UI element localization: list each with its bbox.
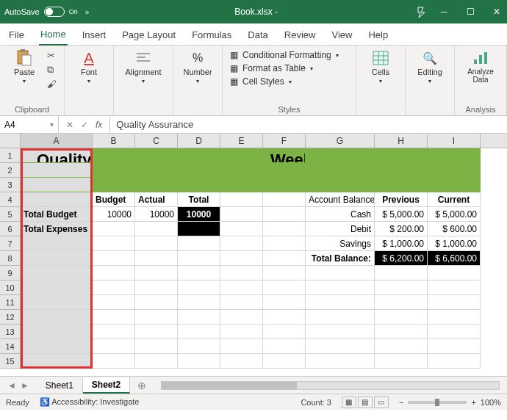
cell[interactable] <box>375 280 428 295</box>
row-header[interactable]: 12 <box>0 310 21 325</box>
row-header[interactable]: 9 <box>0 266 21 280</box>
cell[interactable] <box>375 339 428 354</box>
select-all-corner[interactable] <box>0 134 21 148</box>
cell[interactable]: $ 6,200.00 <box>375 251 428 266</box>
fx-icon[interactable]: fx <box>96 120 102 130</box>
cut-icon[interactable]: ✂ <box>47 50 57 61</box>
sheet-tab-sheet1[interactable]: Sheet1 <box>37 378 83 393</box>
cell[interactable] <box>178 354 220 369</box>
cell[interactable] <box>178 222 220 236</box>
cell[interactable] <box>93 236 135 251</box>
cell[interactable]: $ 600.00 <box>428 222 481 236</box>
col-header-d[interactable]: D <box>178 134 220 148</box>
cell[interactable] <box>306 266 375 280</box>
cell[interactable] <box>220 339 263 354</box>
tab-insert[interactable]: Insert <box>81 26 108 45</box>
cell[interactable] <box>220 295 263 310</box>
cell[interactable] <box>220 192 263 207</box>
sheet-nav-prev-icon[interactable]: ◄ <box>7 380 16 391</box>
row-header[interactable]: 10 <box>0 280 21 295</box>
format-painter-icon[interactable]: 🖌 <box>47 79 57 90</box>
cell[interactable]: Total Balance: <box>306 251 375 266</box>
cell[interactable] <box>93 325 135 339</box>
cell[interactable] <box>220 325 263 339</box>
cell[interactable] <box>93 354 135 369</box>
cell[interactable] <box>93 163 135 178</box>
zoom-out-button[interactable]: − <box>399 398 403 407</box>
cell[interactable] <box>263 192 306 207</box>
col-header-g[interactable]: G <box>306 134 375 148</box>
cell[interactable] <box>263 280 306 295</box>
conditional-formatting-button[interactable]: ▦ Conditional Formatting ▾ <box>230 50 348 60</box>
cell[interactable] <box>375 266 428 280</box>
zoom-in-button[interactable]: + <box>471 398 475 407</box>
cancel-formula-icon[interactable]: ✕ <box>66 120 73 130</box>
tab-view[interactable]: View <box>330 26 353 45</box>
cell[interactable] <box>178 178 220 192</box>
cell[interactable] <box>428 163 481 178</box>
cell[interactable] <box>93 178 135 192</box>
cell[interactable] <box>21 354 93 369</box>
cell[interactable] <box>428 325 481 339</box>
cell[interactable] <box>306 178 375 192</box>
cell[interactable] <box>135 236 178 251</box>
cell[interactable]: Previous <box>375 192 428 207</box>
cells-button[interactable]: Cells ▾ <box>364 50 398 84</box>
cell[interactable] <box>178 325 220 339</box>
cell[interactable] <box>220 236 263 251</box>
spreadsheet-grid[interactable]: A B C D E F G H I 1 Quality Assurance We… <box>0 134 507 376</box>
cell[interactable] <box>428 295 481 310</box>
tab-formulas[interactable]: Formulas <box>190 26 233 45</box>
cell[interactable] <box>135 251 178 266</box>
cell[interactable] <box>135 295 178 310</box>
cell[interactable] <box>220 266 263 280</box>
cell[interactable] <box>93 295 135 310</box>
maximize-button[interactable]: ☐ <box>464 7 476 17</box>
cell[interactable] <box>93 310 135 325</box>
cell[interactable] <box>220 163 263 178</box>
row-header[interactable]: 7 <box>0 236 21 251</box>
cell[interactable] <box>21 280 93 295</box>
col-header-e[interactable]: E <box>220 134 263 148</box>
cell[interactable]: Account Balance <box>306 192 375 207</box>
tab-data[interactable]: Data <box>246 26 269 45</box>
cell[interactable]: 10000 <box>135 207 178 222</box>
cell[interactable] <box>178 266 220 280</box>
cell-styles-button[interactable]: ▦ Cell Styles ▾ <box>230 76 348 87</box>
cell[interactable] <box>21 325 93 339</box>
editing-button[interactable]: 🔍 Editing ▾ <box>413 50 447 84</box>
cell[interactable] <box>135 280 178 295</box>
view-page-break-button[interactable]: ▭ <box>374 397 389 408</box>
format-as-table-button[interactable]: ▦ Format as Table ▾ <box>230 63 348 73</box>
cell[interactable]: Total <box>178 192 220 207</box>
cell[interactable] <box>135 222 178 236</box>
zoom-slider[interactable] <box>408 401 467 404</box>
cell[interactable] <box>306 163 375 178</box>
cell[interactable] <box>263 310 306 325</box>
col-header-f[interactable]: F <box>263 134 306 148</box>
cell[interactable] <box>220 280 263 295</box>
cell[interactable] <box>428 310 481 325</box>
cell[interactable] <box>93 251 135 266</box>
cell[interactable]: $ 6,600.00 <box>428 251 481 266</box>
cell[interactable]: $ 1,000.00 <box>375 236 428 251</box>
accessibility-status[interactable]: ♿ Accessibility: Investigate <box>40 397 140 407</box>
cell[interactable]: $ 200.00 <box>375 222 428 236</box>
scrollbar-thumb[interactable] <box>162 382 297 389</box>
cell[interactable] <box>375 310 428 325</box>
cell[interactable]: Savings <box>306 236 375 251</box>
cell[interactable] <box>135 163 178 178</box>
toggle-switch-icon[interactable] <box>44 7 65 17</box>
view-normal-button[interactable]: ▦ <box>342 397 356 408</box>
row-header[interactable]: 8 <box>0 251 21 266</box>
cell[interactable] <box>93 148 135 163</box>
cell[interactable] <box>306 295 375 310</box>
cell[interactable] <box>375 148 428 163</box>
close-button[interactable]: ✕ <box>491 7 503 17</box>
tab-file[interactable]: File <box>7 26 26 45</box>
cell[interactable] <box>428 354 481 369</box>
row-header[interactable]: 6 <box>0 222 21 236</box>
cell[interactable] <box>306 339 375 354</box>
cell[interactable] <box>21 163 93 178</box>
cell[interactable] <box>306 280 375 295</box>
